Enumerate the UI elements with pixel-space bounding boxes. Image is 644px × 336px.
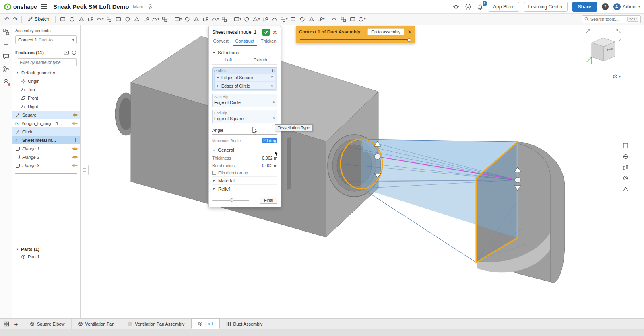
- document-tab-square-elbow[interactable]: Square Elbow: [23, 319, 72, 329]
- mirror-icon[interactable]: [242, 15, 252, 24]
- mass-properties-icon[interactable]: [348, 15, 357, 24]
- start-rip-box[interactable]: Start Rip Edge of Circle ×: [212, 94, 277, 107]
- notifications-bell[interactable]: 3: [477, 3, 484, 10]
- selections-section-header[interactable]: ▾ Selections: [212, 49, 277, 57]
- appearance-panel-icon[interactable]: [621, 174, 630, 182]
- max-angle-input[interactable]: 20 deg: [262, 138, 277, 143]
- rib-icon[interactable]: [132, 15, 142, 24]
- draft-icon[interactable]: [160, 15, 169, 24]
- start-rip-remove-icon[interactable]: ×: [273, 100, 275, 104]
- relief-section-header[interactable]: ▸ Relief: [212, 184, 277, 193]
- end-rip-box[interactable]: End Rip Edge of Square ×: [212, 110, 277, 123]
- end-rip-remove-icon[interactable]: ×: [273, 116, 275, 121]
- split-icon[interactable]: [261, 15, 270, 24]
- view-cube[interactable]: Back z: [582, 27, 626, 80]
- insert-folder-icon[interactable]: [64, 50, 69, 55]
- feature-row[interactable]: ▾Default geometry: [12, 68, 80, 77]
- custom-feature-icon[interactable]: ▾: [357, 15, 367, 24]
- view-options-menu[interactable]: ▾: [613, 74, 621, 79]
- revolve-icon[interactable]: ▾: [95, 15, 105, 24]
- shell-icon[interactable]: [142, 15, 151, 24]
- final-button[interactable]: Final: [260, 197, 277, 204]
- feature-row[interactable]: Origin: [12, 77, 80, 85]
- viewport-canvas[interactable]: [0, 25, 644, 318]
- feature-row[interactable]: Flange 1: [12, 144, 80, 153]
- reorder-icon[interactable]: [271, 69, 275, 73]
- tab-manager-icon[interactable]: [2, 319, 11, 329]
- flip-direction-checkbox[interactable]: Flip direction up: [212, 169, 277, 176]
- dialog-tab-construct[interactable]: Construct: [233, 37, 256, 46]
- thicken-icon[interactable]: [123, 15, 132, 24]
- preview-slider-knob[interactable]: [230, 198, 233, 202]
- undo-icon[interactable]: ↶: [3, 16, 10, 22]
- release-management-icon[interactable]: [452, 3, 460, 10]
- sheet-metal-model-icon[interactable]: ▾: [173, 15, 183, 24]
- user-menu[interactable]: Admin ▾: [613, 3, 640, 10]
- flange-icon[interactable]: [183, 15, 192, 24]
- versions-icon[interactable]: [2, 66, 10, 73]
- search-tools-box[interactable]: ⌥ C: [582, 15, 641, 23]
- measure-icon[interactable]: [339, 15, 348, 24]
- mode-tab-extrude[interactable]: Extrude: [245, 57, 277, 64]
- dialog-tab-thicken[interactable]: Thicken: [257, 37, 281, 46]
- preview-slider[interactable]: [212, 200, 249, 201]
- configurations-icon[interactable]: [621, 185, 630, 193]
- rollback-bar[interactable]: [15, 173, 77, 174]
- panel-flyout-handle[interactable]: [80, 165, 89, 175]
- insert-icon[interactable]: [2, 41, 10, 48]
- confirm-button[interactable]: [262, 29, 270, 36]
- document-tab-duct-assembly[interactable]: Duct Assembly: [220, 319, 270, 329]
- feature-row[interactable]: Circle: [12, 127, 80, 136]
- profiles-selection-box[interactable]: Profiles ▸Edges of Square×▸Edges of Circ…: [212, 67, 277, 91]
- boolean-icon[interactable]: ▾: [252, 15, 261, 24]
- angle-dropdown[interactable]: Angle ▾: [212, 126, 277, 135]
- section-view-icon[interactable]: [621, 152, 630, 160]
- go-to-assembly-button[interactable]: Go to assembly: [367, 28, 404, 35]
- rotate-right-icon[interactable]: [617, 29, 621, 33]
- move-face-icon[interactable]: [307, 15, 316, 24]
- banner-close-icon[interactable]: ✕: [407, 29, 412, 35]
- end-rip-handles[interactable]: [514, 167, 521, 191]
- pattern-icon[interactable]: ▾: [233, 15, 242, 24]
- named-views-icon[interactable]: [621, 141, 630, 150]
- new-tab-button[interactable]: +: [11, 319, 21, 329]
- document-tab-ventilation-fan[interactable]: Ventilation Fan: [72, 319, 122, 329]
- parts-caret-icon[interactable]: ▾: [15, 248, 19, 251]
- feature-row[interactable]: Sheet metal m...: [12, 136, 80, 144]
- offset-surface-icon[interactable]: ▾: [279, 15, 289, 24]
- exploded-view-icon[interactable]: [621, 163, 630, 171]
- onshape-logo[interactable]: onshape: [4, 3, 37, 10]
- fill-icon[interactable]: [298, 15, 307, 24]
- main-menu-icon[interactable]: [41, 4, 47, 9]
- feature-row[interactable]: Top: [12, 85, 80, 94]
- feature-row[interactable]: Right: [12, 102, 80, 111]
- sheet-metal-tab-icon[interactable]: [192, 15, 201, 24]
- comments-icon[interactable]: [2, 53, 10, 60]
- dialog-tab-convert[interactable]: Convert: [209, 37, 233, 46]
- search-input[interactable]: [590, 17, 626, 22]
- feature-row[interactable]: (x)#origin_to_ring = 1...: [12, 119, 80, 127]
- profile-item[interactable]: ▸Edges of Square×: [214, 74, 275, 81]
- history-icon[interactable]: [71, 50, 77, 55]
- follow-mode-icon[interactable]: [2, 78, 10, 85]
- help-button[interactable]: ?: [602, 3, 609, 10]
- transform-icon[interactable]: [270, 15, 279, 24]
- profile-expand-icon[interactable]: ▸: [216, 76, 220, 79]
- tree-caret-icon[interactable]: ▾: [15, 71, 19, 74]
- fillet-icon[interactable]: [68, 15, 77, 24]
- hole-icon[interactable]: ▾: [151, 15, 160, 24]
- app-store-button[interactable]: App Store: [489, 2, 519, 12]
- general-section-header[interactable]: ▾ General: [212, 146, 277, 154]
- bend-radius-value[interactable]: 0.002 m: [262, 163, 277, 168]
- document-tab-loft[interactable]: Loft: [191, 318, 219, 329]
- redo-icon[interactable]: ↷: [12, 16, 19, 22]
- replace-face-icon[interactable]: ▾: [316, 15, 326, 24]
- feature-row[interactable]: Flange 3: [12, 161, 80, 170]
- share-button[interactable]: Share: [572, 2, 597, 12]
- rotate-left-icon[interactable]: [586, 29, 590, 33]
- loft-icon[interactable]: [114, 15, 123, 24]
- hem-icon[interactable]: [220, 15, 229, 24]
- mode-tab-loft[interactable]: Loft: [212, 57, 245, 64]
- link-icon[interactable]: [147, 4, 153, 10]
- cancel-button[interactable]: ✕: [272, 29, 277, 35]
